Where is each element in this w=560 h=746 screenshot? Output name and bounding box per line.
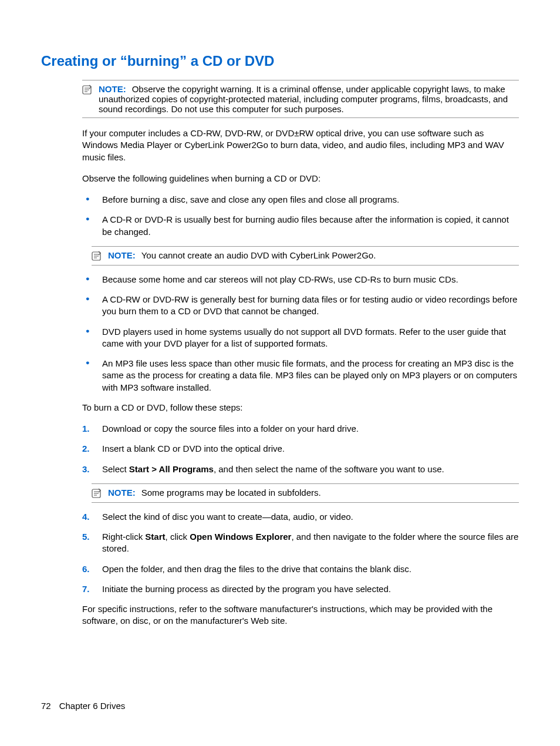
note-text: NOTE:Observe the copyright warning. It i… [99,84,519,114]
step-bold: Start > All Programs [129,464,214,474]
note-body: Some programs may be located in subfolde… [141,488,321,498]
list-item: Before burning a disc, save and close an… [82,194,519,206]
step-item: Right-click Start, click Open Windows Ex… [82,531,519,555]
guidelines-list-cont: Because some home and car stereos will n… [82,274,519,394]
note-icon [92,488,104,499]
step-text: , click [166,532,190,542]
page-footer: 72Chapter 6 Drives [41,701,125,711]
note-icon [92,251,104,261]
step-bold: Start [145,532,165,542]
step-item: Select the kind of disc you want to crea… [82,511,519,523]
note-copyright: NOTE:Observe the copyright warning. It i… [82,80,519,118]
section-heading: Creating or “burning” a CD or DVD [41,53,519,69]
note-audio-dvd: NOTE:You cannot create an audio DVD with… [92,246,519,266]
note-body: Observe the copyright warning. It is a c… [99,84,508,114]
step-text: Select [102,464,129,474]
note-subfolders: NOTE:Some programs may be located in sub… [92,483,519,503]
paragraph-outro: For specific instructions, refer to the … [82,603,519,627]
list-item: DVD players used in home systems usually… [82,326,519,350]
list-item: An MP3 file uses less space than other m… [82,358,519,394]
note-body: You cannot create an audio DVD with Cybe… [141,250,376,260]
paragraph-steps-lead: To burn a CD or DVD, follow these steps: [82,402,519,414]
paragraph-intro: If your computer includes a CD-RW, DVD-R… [82,127,519,163]
guidelines-list: Before burning a disc, save and close an… [82,194,519,238]
note-label: NOTE: [99,84,126,94]
paragraph-guidelines-lead: Observe the following guidelines when bu… [82,173,519,184]
page-number: 72 [41,701,51,711]
step-text: , and then select the name of the softwa… [214,464,444,474]
note-label: NOTE: [108,488,136,498]
list-item: A CD-RW or DVD-RW is generally best for … [82,294,519,318]
step-item: Insert a blank CD or DVD into the optica… [82,443,519,455]
step-text: Right-click [102,532,145,542]
list-item: Because some home and car stereos will n… [82,274,519,285]
step-item: Download or copy the source files into a… [82,423,519,435]
steps-list: Download or copy the source files into a… [82,423,519,475]
list-item: A CD-R or DVD-R is usually best for burn… [82,214,519,238]
step-item: Select Start > All Programs, and then se… [82,463,519,475]
step-item: Open the folder, and then drag the files… [82,563,519,575]
chapter-label: Chapter 6 Drives [59,701,126,711]
note-text: NOTE:You cannot create an audio DVD with… [108,250,519,260]
note-icon [82,85,95,95]
note-label: NOTE: [108,250,136,260]
step-bold: Open Windows Explorer [190,532,291,542]
step-item: Initiate the burning process as directed… [82,583,519,595]
steps-list-cont: Select the kind of disc you want to crea… [82,511,519,595]
note-text: NOTE:Some programs may be located in sub… [108,488,519,498]
